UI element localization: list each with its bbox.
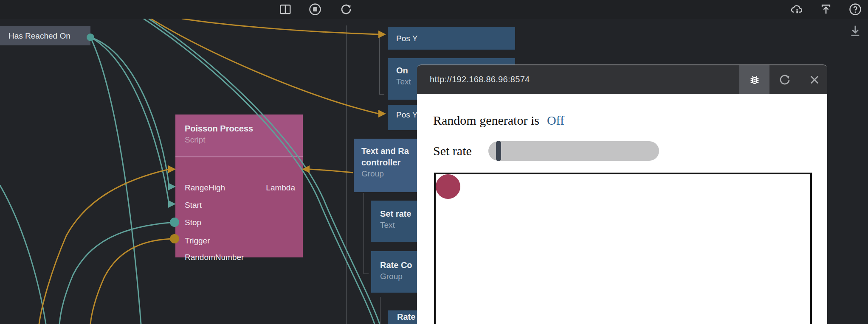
popup-close-button[interactable] — [802, 65, 827, 94]
event-dot-indicator — [436, 174, 460, 199]
group-frame-line — [380, 297, 380, 324]
port-rangehigh[interactable]: RangeHigh — [185, 183, 225, 193]
cloud-sync-icon[interactable] — [789, 2, 804, 17]
rate-slider-thumb[interactable] — [496, 141, 501, 161]
port-lambda[interactable]: Lambda — [266, 183, 295, 193]
visualization-box — [434, 173, 812, 324]
port-arrow-lambda — [302, 165, 310, 173]
port-trigger[interactable]: Trigger — [185, 236, 210, 246]
node-pos-y-top[interactable]: Pos Y — [388, 27, 515, 50]
port-stop[interactable]: Stop — [185, 218, 201, 227]
node-title: Has Reached On — [8, 30, 70, 42]
port-arrow-start — [168, 183, 176, 190]
group-frame-line — [364, 193, 364, 274]
stop-icon[interactable] — [308, 2, 322, 17]
node-header: Poisson Process Script — [175, 115, 303, 157]
status-value: Off — [547, 113, 564, 127]
port-arrow-pos-y-bottom — [378, 110, 386, 117]
download-icon[interactable] — [848, 24, 862, 39]
address-bar: http://192.168.86.96:8574 — [417, 65, 827, 94]
web-preview-popup: http://192.168.86.96:8574 — [417, 64, 827, 324]
node-title: Poisson Process — [185, 123, 303, 134]
port-start[interactable]: Start — [185, 201, 202, 210]
group-frame-corner — [364, 274, 369, 274]
rate-label: Set rate — [433, 143, 472, 159]
help-icon[interactable] — [848, 2, 862, 17]
node-has-reached-on[interactable]: Has Reached On — [0, 26, 90, 45]
debug-bug-button[interactable] — [739, 65, 769, 94]
node-subtitle: Script — [185, 134, 303, 145]
url-field[interactable]: http://192.168.86.96:8574 — [430, 65, 530, 94]
group-frame-corner — [379, 94, 384, 95]
split-view-icon[interactable] — [278, 2, 293, 17]
port-arrow-stop — [168, 200, 176, 208]
node-poisson-process[interactable]: Poisson Process Script RangeHigh Start S… — [175, 115, 303, 257]
status-line: Random generator isOff — [433, 112, 564, 128]
status-label: Random generator is — [433, 113, 539, 127]
top-toolbar — [0, 0, 868, 19]
port-arrow-rangehigh — [168, 165, 176, 173]
port-randomnumber[interactable]: RandomNumber — [185, 253, 244, 262]
node-graph-canvas[interactable]: Has Reached On Pos Y On Text Pos Y Poiss… — [0, 19, 868, 324]
group-frame-line — [379, 32, 380, 94]
node-title: Pos Y — [396, 110, 417, 119]
webview-content: Random generator isOff Set rate — [417, 94, 827, 324]
refresh-icon[interactable] — [339, 2, 353, 17]
upload-icon[interactable] — [819, 2, 833, 17]
popup-refresh-button[interactable] — [772, 65, 798, 94]
rate-slider[interactable] — [488, 141, 659, 161]
group-frame-line — [346, 25, 347, 324]
node-title: Pos Y — [396, 33, 417, 44]
